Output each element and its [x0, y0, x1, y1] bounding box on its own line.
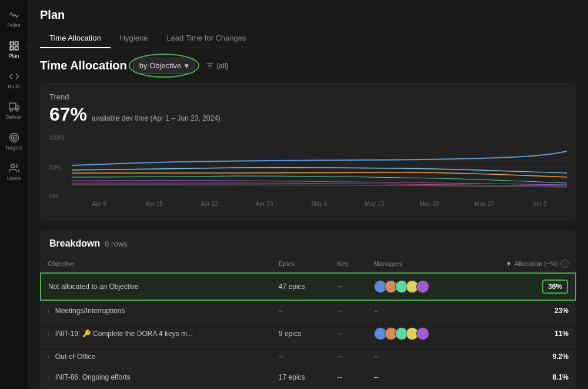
sidebar-item-targets[interactable]: Targets: [1, 127, 27, 155]
avatar-init19-5: [416, 327, 429, 340]
section-header: Time Allocation by Objective ▾ (all): [40, 58, 576, 74]
sidebar-item-plan[interactable]: Plan: [1, 35, 27, 64]
dropdown-label: by Objective: [139, 61, 182, 70]
sort-arrow-icon: ▼: [506, 260, 512, 267]
cell-epics-init19: 9 epics: [272, 321, 330, 347]
col-header-allocation[interactable]: ▼ Allocation (~%) i: [464, 255, 576, 273]
tab-time-allocation[interactable]: Time Allocation: [40, 29, 111, 48]
expand-arrow-icon[interactable]: ›: [48, 308, 49, 314]
svg-point-10: [13, 137, 15, 138]
cell-managers-init19: [367, 321, 464, 347]
table-row-init86[interactable]: › INIT-86: Ongoing efforts 17 epics -- -…: [41, 367, 576, 388]
table-row-init19[interactable]: › INIT-19: 🔑 Complete the DORA 4 keys m.…: [41, 321, 576, 347]
tab-lead-time[interactable]: Lead Time for Changes: [157, 29, 255, 48]
cell-objective-init86: › INIT-86: Ongoing efforts: [41, 367, 272, 388]
chevron-down-icon: ▾: [185, 61, 189, 70]
cell-key-init19: --: [330, 321, 366, 347]
breakdown-title: Breakdown: [49, 238, 100, 249]
col-header-objective: Objective: [41, 255, 272, 273]
managers-avatars-init19: [374, 327, 457, 340]
chart-y-axis: 100% 50% 0%: [49, 135, 72, 200]
cell-objective-ooo: › Out-of-Office: [41, 347, 272, 367]
sidebar-item-pulse[interactable]: Pulse: [1, 5, 27, 33]
x-label-apr15: Apr 15: [127, 201, 182, 211]
page-title: Plan: [28, 0, 588, 22]
x-label-jun3: Jun 3: [512, 201, 567, 211]
objective-dropdown[interactable]: by Objective ▾: [133, 58, 196, 74]
breakdown-header: Breakdown 8 rows: [40, 230, 576, 255]
cell-key-meetings: --: [330, 300, 366, 321]
svg-point-9: [11, 135, 16, 140]
x-label-apr29: Apr 29: [237, 201, 292, 211]
sidebar-label-plan: Plan: [8, 53, 19, 59]
cell-epics-ooo: --: [272, 347, 330, 367]
trend-chart: 100% 50% 0%: [49, 135, 567, 211]
svg-rect-1: [15, 42, 18, 45]
cell-epics-meetings: --: [272, 300, 330, 321]
table-row-out-of-office[interactable]: › Out-of-Office -- -- -- 9.2%: [41, 347, 576, 367]
y-label-100: 100%: [49, 135, 72, 141]
trend-label: Trend: [49, 92, 567, 101]
cell-managers-ooo: --: [367, 347, 464, 367]
expand-arrow-icon-init19[interactable]: ›: [48, 331, 49, 337]
cell-objective-meetings: › Meetings/Interruptions: [41, 300, 272, 321]
x-label-may13: May 13: [347, 201, 402, 211]
svg-rect-4: [9, 103, 15, 109]
managers-avatars: [374, 280, 457, 293]
breakdown-section: Breakdown 8 rows Objective Epics Key Man…: [40, 230, 576, 388]
svg-rect-0: [10, 42, 13, 45]
cell-key-init86: --: [330, 367, 366, 388]
y-label-0: 0%: [49, 193, 72, 200]
y-label-50: 50%: [49, 164, 72, 171]
sidebar-item-deliver[interactable]: Deliver: [1, 97, 27, 125]
table-row-meetings[interactable]: › Meetings/Interruptions -- -- -- 23%: [41, 300, 576, 321]
breakdown-count: 8 rows: [105, 240, 127, 248]
svg-rect-3: [10, 46, 13, 49]
filter-button[interactable]: (all): [201, 59, 233, 72]
sidebar-label-build: Build: [8, 84, 19, 89]
sidebar-label-targets: Targets: [5, 145, 23, 151]
tab-hygiene[interactable]: Hygiene: [111, 29, 158, 48]
svg-marker-5: [16, 105, 19, 109]
chart-x-axis: Apr 8 Apr 15 Apr 22 Apr 29 May 6 May 13 …: [72, 201, 567, 211]
svg-point-6: [10, 109, 12, 111]
filter-icon: [206, 62, 214, 70]
x-label-apr8: Apr 8: [72, 201, 127, 211]
cell-managers-not-allocated: [367, 273, 464, 300]
table-header-row: Objective Epics Key Managers ▼ Allocatio…: [41, 255, 576, 273]
tab-bar: Time Allocation Hygiene Lead Time for Ch…: [28, 24, 588, 48]
chart-svg-area: [72, 135, 567, 200]
x-label-may6: May 6: [292, 201, 347, 211]
cell-allocation-ooo: 9.2%: [464, 347, 576, 367]
sidebar-label-deliver: Deliver: [5, 114, 22, 120]
breakdown-table: Objective Epics Key Managers ▼ Allocatio…: [40, 255, 576, 388]
svg-rect-2: [15, 46, 18, 49]
svg-point-11: [11, 164, 14, 168]
x-label-may20: May 20: [402, 201, 457, 211]
table-row-not-allocated[interactable]: Not allocated to an Objective 47 epics -…: [41, 273, 576, 300]
main-content: Plan Time Allocation Hygiene Lead Time f…: [28, 0, 588, 389]
trend-section: Trend 67% available dev time (Apr 1 – Ju…: [40, 83, 576, 221]
sidebar-item-build[interactable]: Build: [1, 66, 27, 94]
expand-arrow-icon-ooo[interactable]: ›: [48, 354, 49, 360]
cell-managers-init86: --: [367, 367, 464, 388]
expand-arrow-icon-init86[interactable]: ›: [48, 374, 49, 381]
cell-allocation-meetings: 23%: [464, 300, 576, 321]
cell-objective-init19: › INIT-19: 🔑 Complete the DORA 4 keys m.…: [41, 321, 272, 347]
trend-percent: 67%: [49, 104, 87, 125]
trend-value-row: 67% available dev time (Apr 1 – Jun 23, …: [49, 104, 567, 125]
avatar-5: [416, 280, 429, 293]
cell-allocation-not-allocated: 36%: [464, 273, 576, 300]
allocation-highlight: 36%: [542, 280, 568, 294]
x-label-may27: May 27: [457, 201, 512, 211]
cell-epics-not-allocated: 47 epics: [272, 273, 330, 300]
sidebar-item-users[interactable]: Users: [1, 158, 27, 186]
section-title: Time Allocation: [40, 59, 127, 72]
cell-key-ooo: --: [330, 347, 366, 367]
cell-allocation-init86: 8.1%: [464, 367, 576, 388]
cell-key-not-allocated: --: [330, 273, 366, 300]
info-icon: i: [560, 260, 569, 268]
x-label-apr22: Apr 22: [182, 201, 237, 211]
col-header-managers: Managers: [367, 255, 464, 273]
col-header-epics: Epics: [272, 255, 330, 273]
